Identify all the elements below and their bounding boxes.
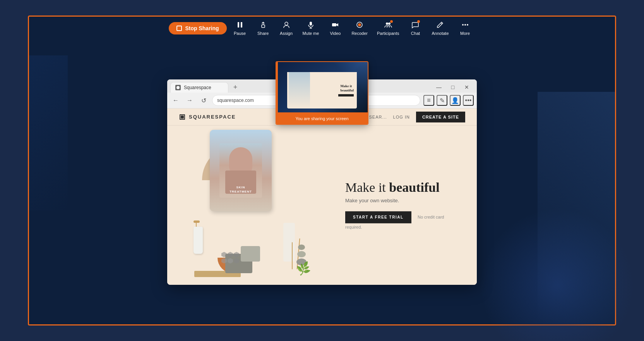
- login-button[interactable]: LOG IN: [393, 115, 410, 119]
- preview-page-content: Make itbeautiful: [287, 72, 357, 108]
- browser-edit-button[interactable]: ✎: [437, 95, 447, 106]
- preview-border-indicator: [276, 62, 278, 112]
- new-tab-button[interactable]: +: [230, 82, 241, 93]
- assign-label: Assign: [280, 31, 293, 36]
- more-icon: [461, 21, 469, 30]
- minimize-button[interactable]: —: [433, 82, 444, 93]
- more-label: More: [460, 31, 470, 36]
- svg-rect-0: [238, 22, 239, 28]
- tablet-device: SKINTREATMENT: [210, 130, 272, 211]
- cylinder-decoration: [283, 223, 295, 262]
- maximize-button[interactable]: □: [447, 82, 458, 93]
- mute-button[interactable]: Mute me: [300, 19, 322, 37]
- preview-cta-button: [338, 94, 354, 96]
- leaf-decoration: 🌿: [295, 261, 312, 277]
- browser-menu-button[interactable]: ≡: [423, 95, 434, 106]
- svg-point-9: [358, 23, 361, 26]
- svg-rect-7: [332, 23, 336, 26]
- hero-subheadline: Make your own website.: [345, 198, 454, 203]
- pause-button[interactable]: Pause: [230, 19, 250, 37]
- squarespace-page: SQUARESPACE SEAR... LOG IN CREATE A SITE: [167, 108, 477, 285]
- stop-icon: [176, 26, 182, 31]
- share-icon: [259, 21, 267, 30]
- svg-point-3: [285, 22, 288, 25]
- annotate-icon: [436, 21, 444, 30]
- video-label: Video: [330, 31, 341, 36]
- preview-thumbnail: Make itbeautiful: [276, 62, 368, 112]
- assign-button[interactable]: Assign: [276, 19, 296, 37]
- assign-icon: [283, 21, 290, 30]
- preview-product-image: [289, 72, 310, 108]
- create-site-button[interactable]: CREATE A SITE: [416, 112, 465, 122]
- pause-label: Pause: [234, 31, 246, 36]
- svg-rect-2: [262, 25, 265, 28]
- lotion-bottle: [190, 219, 206, 254]
- recoder-button[interactable]: Recoder: [348, 19, 371, 37]
- sharing-label-text: You are sharing your screen: [295, 116, 348, 121]
- meeting-toolbar: Stop Sharing Pause Share: [29, 17, 615, 40]
- back-button[interactable]: ←: [170, 95, 181, 106]
- preview-hero-text: Make itbeautiful: [340, 84, 354, 93]
- pause-icon: [236, 21, 244, 30]
- recoder-label: Recoder: [351, 31, 368, 36]
- mute-icon: [307, 21, 315, 30]
- video-icon: [331, 21, 339, 30]
- squarespace-hero: SKINTREATMENT: [167, 126, 477, 285]
- tablet-screen: SKINTREATMENT: [210, 130, 272, 211]
- mute-label: Mute me: [303, 31, 319, 36]
- squarespace-logo: SQUARESPACE: [179, 114, 236, 121]
- forward-button[interactable]: →: [184, 95, 195, 106]
- squarespace-nav-right: SEAR... LOG IN CREATE A SITE: [369, 112, 465, 122]
- browser-action-buttons: ≡ ✎ 👤 •••: [423, 95, 474, 106]
- squarespace-hero-text: Make it beautiful Make your own website.…: [345, 180, 454, 230]
- close-button[interactable]: ✕: [461, 82, 472, 93]
- stone-block-2: [241, 246, 260, 262]
- browser-profile-button[interactable]: 👤: [450, 95, 461, 106]
- metal-rod-2: [292, 242, 293, 269]
- hero-headline: Make it beautiful: [345, 180, 454, 195]
- preview-inner-browser: Make itbeautiful: [287, 66, 357, 108]
- search-nav-item: SEAR...: [369, 115, 387, 119]
- hex-pattern: [221, 252, 239, 264]
- screen-share-preview: Make itbeautiful You are sharing your sc…: [276, 61, 368, 125]
- svg-rect-1: [241, 22, 242, 28]
- participants-label: Participants: [377, 31, 399, 36]
- svg-point-14: [467, 24, 468, 26]
- annotate-label: Annotate: [432, 31, 449, 36]
- tab-label: Squarespace: [184, 85, 211, 90]
- sq-logo-icon: [179, 114, 186, 121]
- chat-icon: [411, 21, 419, 30]
- chat-button[interactable]: Chat: [405, 19, 425, 37]
- participants-icon: [384, 21, 392, 30]
- svg-point-13: [464, 24, 466, 26]
- participants-button[interactable]: Participants: [374, 19, 402, 37]
- browser-more-button[interactable]: •••: [463, 95, 474, 106]
- start-trial-button[interactable]: START A FREE TRIAL: [345, 211, 411, 223]
- svg-point-11: [388, 22, 391, 25]
- sharing-label-bar: You are sharing your screen: [276, 112, 368, 124]
- share-label: Share: [257, 31, 269, 36]
- video-button[interactable]: Video: [325, 19, 345, 37]
- recoder-icon: [356, 21, 363, 30]
- stop-sharing-button[interactable]: Stop Sharing: [169, 22, 226, 34]
- product-scene: SKINTREATMENT: [179, 122, 318, 285]
- screen-share-frame: Stop Sharing Pause Share: [28, 16, 616, 326]
- tab-favicon: [175, 85, 181, 90]
- browser-tab-squarespace[interactable]: Squarespace: [170, 82, 228, 93]
- more-button[interactable]: More: [455, 19, 475, 37]
- tablet-label: SKINTREATMENT: [230, 186, 252, 193]
- refresh-button[interactable]: ↺: [198, 95, 209, 106]
- stop-sharing-label: Stop Sharing: [185, 25, 219, 31]
- main-content-area: Squarespace + — □ ✕: [29, 40, 615, 324]
- share-button[interactable]: Share: [253, 19, 273, 37]
- svg-point-10: [386, 22, 388, 25]
- annotate-button[interactable]: Annotate: [428, 19, 452, 37]
- svg-point-12: [462, 24, 464, 26]
- chat-label: Chat: [411, 31, 420, 36]
- svg-rect-4: [310, 22, 312, 26]
